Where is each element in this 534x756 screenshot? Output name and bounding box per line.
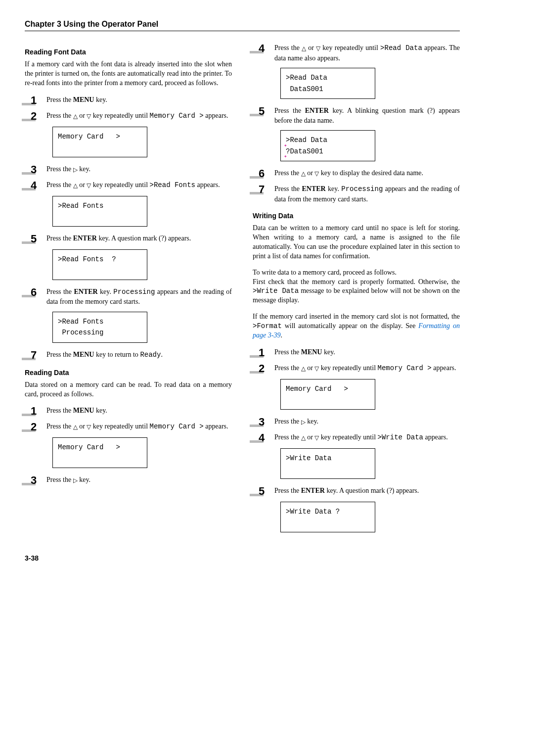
step-7: 7 Press the ENTER key. Processing appear… (253, 184, 460, 204)
lcd-display: Memory Card > (52, 437, 147, 468)
step-5: 5 Press the ENTER key. A question mark (… (253, 486, 460, 497)
step-number-icon: 2 (25, 422, 43, 432)
step-3: 3 Press the ▷ key. (253, 417, 460, 427)
step-number-icon: 1 (253, 347, 270, 358)
triangle-right-icon: ▷ (301, 418, 306, 426)
step-text: Press the △ or ▽ key repeatedly until >W… (270, 432, 460, 443)
step-3: 3 Press the ▷ key. (25, 164, 232, 175)
step-text: Press the ENTER key. A question mark (?)… (43, 234, 232, 243)
step-number-icon: 3 (25, 164, 43, 175)
lcd-display: >Write Data (280, 448, 375, 479)
step-text: Press the MENU key. (43, 95, 232, 105)
step-5: 5 Press the ENTER key. A question mark (… (25, 234, 232, 244)
step-number-icon: 7 (253, 184, 270, 195)
step-number-icon: 1 (25, 95, 43, 106)
step-4: 4 Press the △ or ▽ key repeatedly until … (25, 180, 232, 191)
step-text: Press the △ or ▽ key to display the desi… (270, 168, 460, 178)
triangle-down-icon: ▽ (87, 423, 91, 431)
triangle-down-icon: ▽ (87, 182, 91, 190)
section-title-reading-font-data: Reading Font Data (25, 48, 232, 56)
step-6: 6 Press the ENTER key. Processing appear… (25, 287, 232, 307)
two-column-layout: Reading Font Data If a memory card with … (25, 40, 460, 539)
step-2: 2 Press the △ or ▽ key repeatedly until … (25, 422, 232, 432)
step-5: 5 Press the ENTER key. A blinking questi… (253, 106, 460, 125)
step-text: Press the △ or ▽ key repeatedly until Me… (43, 422, 232, 432)
intro-paragraph: Data stored on a memory card can be read… (25, 380, 232, 399)
triangle-up-icon: △ (73, 423, 78, 431)
step-number-icon: 5 (25, 234, 43, 244)
intro-paragraph: Data can be written to a memory card unt… (253, 224, 460, 261)
step-text: Press the ▷ key. (270, 417, 460, 426)
step-text: Press the ENTER key. A blinking question… (270, 106, 460, 125)
triangle-down-icon: ▽ (314, 365, 319, 373)
step-text: Press the ENTER key. Processing appears … (270, 184, 460, 204)
step-number-icon: 4 (253, 432, 270, 443)
lcd-display: >Write Data ? (280, 502, 375, 532)
blinking-cursor-icon: ? (286, 146, 290, 157)
body-paragraph: If the memory card inserted in the memor… (253, 312, 460, 340)
step-number-icon: 5 (253, 106, 270, 117)
triangle-right-icon: ▷ (73, 166, 78, 174)
triangle-down-icon: ▽ (87, 112, 91, 121)
step-number-icon: 7 (25, 350, 43, 361)
step-text: Press the ENTER key. Processing appears … (43, 287, 232, 307)
triangle-down-icon: ▽ (314, 434, 319, 442)
step-text: Press the MENU key. (43, 406, 232, 416)
step-4: 4 Press the △ or ▽ key repeatedly until … (253, 432, 460, 443)
step-text: Press the MENU key to return to Ready. (43, 350, 232, 360)
step-number-icon: 6 (25, 287, 43, 298)
page-number: 3-38 (25, 554, 460, 562)
step-number-icon: 6 (253, 168, 270, 179)
lcd-display: >Read Fonts Processing (52, 312, 147, 343)
step-number-icon: 3 (253, 417, 270, 427)
step-number-icon: 4 (253, 43, 270, 54)
step-number-icon: 2 (253, 363, 270, 374)
lcd-display: >Read Data DataS001 (280, 68, 375, 99)
intro-paragraph: If a memory card with the font data is a… (25, 60, 232, 88)
step-text: Press the △ or ▽ key repeatedly until Me… (43, 111, 232, 121)
step-6: 6 Press the △ or ▽ key to display the de… (253, 168, 460, 179)
step-number-icon: 2 (25, 111, 43, 122)
step-number-icon: 1 (25, 406, 43, 417)
step-1: 1 Press the MENU key. (25, 95, 232, 106)
lcd-display: Memory Card > (280, 379, 375, 410)
section-title-reading-data: Reading Data (25, 369, 232, 377)
step-7: 7 Press the MENU key to return to Ready. (25, 350, 232, 361)
triangle-up-icon: △ (73, 182, 78, 190)
triangle-up-icon: △ (301, 434, 306, 442)
step-number-icon: 3 (25, 475, 43, 486)
right-column: 4 Press the △ or ▽ key repeatedly until … (253, 40, 460, 539)
step-text: Press the △ or ▽ key repeatedly until >R… (43, 180, 232, 190)
triangle-right-icon: ▷ (73, 476, 78, 485)
step-text: Press the MENU key. (270, 347, 460, 357)
lcd-display: >Read Fonts ? (52, 249, 147, 280)
step-text: Press the ▷ key. (43, 475, 232, 485)
step-4: 4 Press the △ or ▽ key repeatedly until … (253, 43, 460, 63)
step-1: 1 Press the MENU key. (25, 406, 232, 417)
triangle-down-icon: ▽ (314, 170, 319, 178)
step-2: 2 Press the △ or ▽ key repeatedly until … (25, 111, 232, 122)
section-title-writing-data: Writing Data (253, 212, 460, 220)
step-number-icon: 4 (25, 180, 43, 191)
step-text: Press the ENTER key. A question mark (?)… (270, 486, 460, 496)
triangle-up-icon: △ (301, 365, 306, 373)
left-column: Reading Font Data If a memory card with … (25, 40, 232, 539)
lcd-display: >Read Data ?DataS001 (280, 130, 375, 161)
chapter-header: Chapter 3 Using the Operator Panel (25, 20, 460, 31)
triangle-up-icon: △ (73, 112, 78, 121)
step-2: 2 Press the △ or ▽ key repeatedly until … (253, 363, 460, 374)
triangle-up-icon: △ (302, 45, 306, 53)
body-paragraph: To write data to a memory card, proceed … (253, 268, 460, 306)
lcd-display: >Read Fonts (52, 196, 147, 227)
step-number-icon: 5 (253, 486, 270, 497)
triangle-down-icon: ▽ (316, 45, 320, 53)
step-text: Press the ▷ key. (43, 164, 232, 174)
lcd-display: Memory Card > (52, 127, 147, 157)
step-text: Press the △ or ▽ key repeatedly until Me… (270, 363, 460, 374)
triangle-up-icon: △ (301, 170, 306, 178)
step-1: 1 Press the MENU key. (253, 347, 460, 358)
step-text: Press the △ or ▽ key repeatedly until >R… (270, 43, 460, 63)
step-3: 3 Press the ▷ key. (25, 475, 232, 486)
